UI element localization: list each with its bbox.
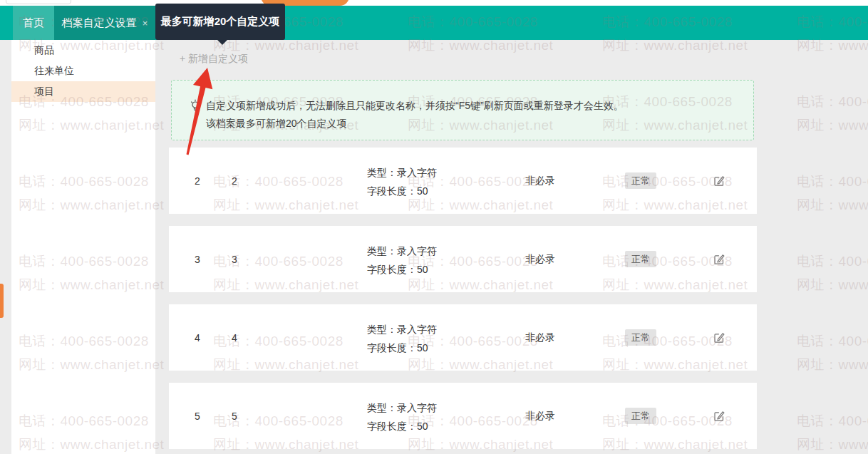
length-label: 字段长度： bbox=[367, 185, 417, 197]
sidebar-collapse-handle[interactable] bbox=[0, 284, 4, 318]
row-type-line: 类型：录入字符 bbox=[367, 398, 437, 417]
watermark-phone-line: 电话：400-665-0028 bbox=[797, 170, 868, 193]
watermark-tile: 电话：400-665-0028 网址：www.chanjet.net bbox=[797, 170, 868, 217]
custom-field-row: 3 3 类型：录入字符 字段长度：50 非必录 正常 bbox=[169, 226, 757, 292]
watermark-tile: 电话：400-665-0028 网址：www.chanjet.net bbox=[797, 90, 868, 137]
sidebar-item[interactable]: 商品 bbox=[11, 40, 155, 61]
length-value: 50 bbox=[417, 264, 428, 275]
custom-field-row: 2 2 类型：录入字符 字段长度：50 非必录 正常 bbox=[169, 148, 757, 214]
watermark-phone-line: 电话：400-665-0028 bbox=[797, 329, 868, 353]
tab-close-icon[interactable]: × bbox=[143, 18, 148, 29]
status-badge: 正常 bbox=[625, 408, 656, 424]
row-name: 4 bbox=[223, 304, 246, 371]
length-value: 50 bbox=[417, 185, 428, 197]
watermark-tile: 电话：400-665-0028 网址：www.chanjet.net bbox=[797, 329, 868, 376]
row-type-block: 类型：录入字符 字段长度：50 bbox=[367, 398, 437, 435]
tooltip-text: 最多可新增20个自定义项 bbox=[161, 15, 280, 29]
watermark-tile: 电话：400-665-0028 网址：www.chanjet.net bbox=[797, 249, 868, 296]
watermark-phone-line: 电话：400-665-0028 bbox=[797, 90, 868, 113]
sidebar-item-label: 商品 bbox=[34, 44, 54, 56]
notice-box: 自定义项新增成功后，无法删除且只能更改名称，并须按“F5键”刷新页面或重新登录才… bbox=[171, 80, 754, 140]
watermark-site-line: 网址：www.chanjet.net bbox=[797, 353, 868, 376]
lightbulb-icon bbox=[190, 99, 201, 115]
watermark-phone-line: 电话：400-665-0028 bbox=[797, 409, 868, 433]
tab-archive-custom-settings[interactable]: 档案自定义设置 × bbox=[54, 6, 155, 40]
sidebar-item-label: 项目 bbox=[34, 86, 54, 97]
custom-field-row: 4 4 类型：录入字符 字段长度：50 非必录 正常 bbox=[169, 304, 757, 371]
row-name: 5 bbox=[223, 383, 246, 449]
notice-text-line1: 自定义项新增成功后，无法删除且只能更改名称，并须按“F5键”刷新页面或重新登录才… bbox=[206, 100, 624, 113]
type-value: 录入字符 bbox=[397, 167, 437, 178]
row-type-line: 类型：录入字符 bbox=[367, 242, 437, 260]
row-index: 4 bbox=[186, 304, 209, 371]
edit-icon[interactable] bbox=[713, 410, 725, 423]
edit-icon[interactable] bbox=[713, 331, 725, 344]
tab-home-label: 首页 bbox=[23, 16, 44, 30]
rows-list: 2 2 类型：录入字符 字段长度：50 非必录 正常 3 3 类型：录入字符 字… bbox=[169, 148, 757, 454]
type-label: 类型： bbox=[367, 245, 397, 257]
row-type-block: 类型：录入字符 字段长度：50 bbox=[367, 242, 437, 279]
row-required-flag: 非必录 bbox=[525, 226, 555, 292]
length-value: 50 bbox=[417, 342, 428, 354]
type-label: 类型： bbox=[367, 167, 397, 178]
status-badge: 正常 bbox=[625, 329, 656, 346]
row-length-line: 字段长度：50 bbox=[367, 260, 437, 279]
sidebar-item[interactable]: 项目 bbox=[11, 81, 155, 102]
watermark-site-line: 网址：www.chanjet.net bbox=[797, 273, 868, 296]
row-length-line: 字段长度：50 bbox=[367, 182, 437, 200]
row-required-flag: 非必录 bbox=[525, 383, 555, 449]
top-strip bbox=[0, 0, 868, 6]
row-name: 2 bbox=[223, 148, 246, 214]
sidebar-item[interactable]: 往来单位 bbox=[11, 61, 155, 81]
row-type-block: 类型：录入字符 字段长度：50 bbox=[367, 320, 437, 357]
edit-icon[interactable] bbox=[713, 175, 725, 187]
row-type-line: 类型：录入字符 bbox=[367, 163, 437, 182]
type-label: 类型： bbox=[367, 324, 397, 335]
row-length-line: 字段长度：50 bbox=[367, 339, 437, 357]
length-label: 字段长度： bbox=[367, 421, 417, 432]
row-index: 3 bbox=[186, 226, 209, 292]
row-name: 3 bbox=[223, 226, 246, 292]
custom-field-row: 5 5 类型：录入字符 字段长度：50 非必录 正常 bbox=[169, 383, 757, 449]
tab-bar: 首页 档案自定义设置 × bbox=[0, 6, 868, 40]
type-value: 录入字符 bbox=[397, 324, 437, 335]
sidebar: 商品 往来单位 项目 bbox=[11, 40, 155, 454]
type-value: 录入字符 bbox=[397, 245, 437, 257]
watermark-site-line: 网址：www.chanjet.net bbox=[797, 193, 868, 217]
type-label: 类型： bbox=[367, 402, 397, 413]
row-required-flag: 非必录 bbox=[525, 148, 555, 214]
row-type-block: 类型：录入字符 字段长度：50 bbox=[367, 163, 437, 200]
watermark-site-line: 网址：www.chanjet.net bbox=[797, 113, 868, 137]
sidebar-item-label: 往来单位 bbox=[34, 65, 74, 76]
watermark-tile: 电话：400-665-0028 网址：www.chanjet.net bbox=[797, 409, 868, 454]
watermark-phone-line: 电话：400-665-0028 bbox=[797, 249, 868, 273]
edit-icon[interactable] bbox=[713, 253, 725, 266]
max-items-tooltip: 最多可新增20个自定义项 bbox=[155, 4, 285, 40]
watermark-site-line: 网址：www.chanjet.net bbox=[797, 433, 868, 454]
notice-text-line2: 该档案最多可新增20个自定义项 bbox=[206, 118, 347, 130]
length-label: 字段长度： bbox=[367, 342, 417, 354]
status-badge: 正常 bbox=[625, 251, 656, 267]
row-index: 2 bbox=[186, 148, 209, 214]
length-label: 字段长度： bbox=[367, 264, 417, 275]
tooltip-caret bbox=[217, 39, 228, 45]
status-badge: 正常 bbox=[625, 172, 656, 189]
tab-label: 档案自定义设置 bbox=[62, 16, 137, 30]
row-type-line: 类型：录入字符 bbox=[367, 320, 437, 339]
row-length-line: 字段长度：50 bbox=[367, 417, 437, 435]
row-required-flag: 非必录 bbox=[525, 304, 555, 371]
type-value: 录入字符 bbox=[397, 402, 437, 413]
tab-home[interactable]: 首页 bbox=[13, 6, 54, 40]
row-index: 5 bbox=[186, 383, 209, 449]
add-custom-item-link[interactable]: + 新增自定义项 bbox=[180, 53, 248, 66]
length-value: 50 bbox=[417, 421, 428, 432]
top-search-input[interactable] bbox=[6, 0, 71, 4]
